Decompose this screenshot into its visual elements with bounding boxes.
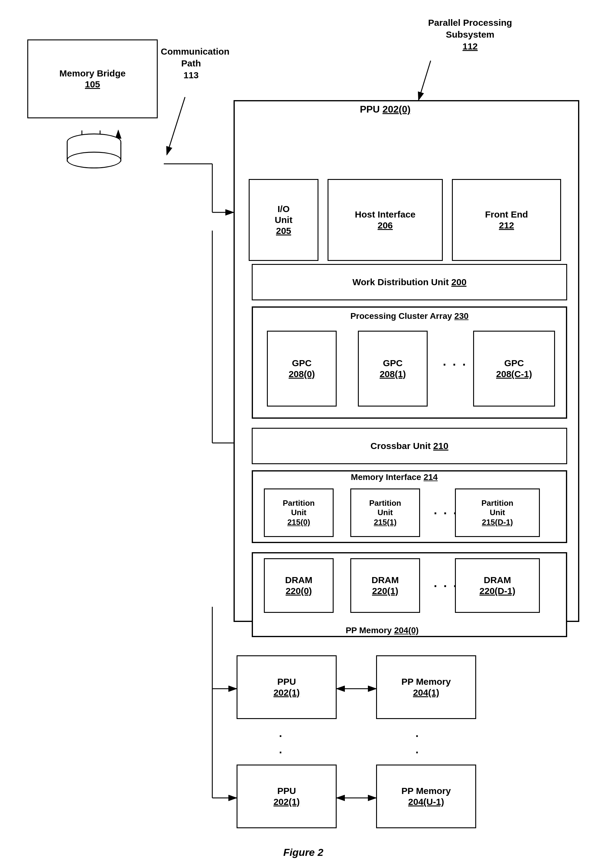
processing-cluster-label: Processing Cluster Array 230 — [253, 311, 566, 322]
dram-1-box: DRAM220(1) — [350, 558, 420, 613]
figure-caption: Figure 2 — [227, 847, 379, 858]
partition-0-box: PartitionUnit215(0) — [264, 488, 334, 537]
ppu-0-label: PPU 202(0) — [309, 103, 461, 116]
svg-line-32 — [418, 61, 431, 100]
pp-memory-1-label: PP Memory204(1) — [402, 676, 451, 698]
partition-d1-label: PartitionUnit215(D-1) — [481, 499, 513, 527]
front-end-label: Front End212 — [485, 209, 528, 231]
crossbar-label: Crossbar Unit 210 — [370, 440, 448, 451]
gpc-c1-label: GPC208(C-1) — [496, 358, 532, 380]
gpc-1-box: GPC208(1) — [358, 331, 427, 407]
ppu-u1-box: PPU202(1) — [236, 764, 337, 828]
svg-line-33 — [167, 97, 185, 155]
diagram-container: Memory Bridge105 CommunicationPath113 Pa… — [0, 0, 599, 868]
dram-0-label: DRAM220(0) — [285, 575, 312, 597]
pp-memory-1-box: PP Memory204(1) — [376, 656, 476, 719]
comm-path-label: CommunicationPath113 — [161, 45, 221, 81]
dram-d1-label: DRAM220(D-1) — [480, 575, 515, 597]
partition-d1-box: PartitionUnit215(D-1) — [455, 488, 540, 537]
gpc-dots: · · · — [443, 358, 467, 372]
work-dist-box: Work Distribution Unit 200 — [252, 264, 567, 300]
io-unit-label: I/OUnit205 — [275, 203, 292, 237]
io-unit-box: I/OUnit205 — [249, 179, 319, 261]
ppu-u1-label: PPU202(1) — [274, 785, 300, 807]
dram-0-box: DRAM220(0) — [264, 558, 334, 613]
dram-dots: · · · — [434, 579, 458, 593]
crossbar-box: Crossbar Unit 210 — [252, 428, 567, 464]
gpc-0-label: GPC208(0) — [289, 358, 315, 380]
partition-dots: · · · — [434, 507, 458, 520]
memory-interface-label: Memory Interface 214 — [319, 472, 470, 483]
ppu-1-box: PPU202(1) — [236, 656, 337, 719]
partition-1-label: PartitionUnit215(1) — [369, 499, 401, 527]
front-end-box: Front End212 — [452, 179, 561, 261]
partition-0-label: PartitionUnit215(0) — [283, 499, 315, 527]
memory-bridge-box: Memory Bridge105 — [27, 39, 158, 118]
memory-bridge-label: Memory Bridge105 — [59, 68, 126, 90]
host-interface-box: Host Interface206 — [328, 179, 443, 261]
dram-d1-box: DRAM220(D-1) — [455, 558, 540, 613]
host-interface-label: Host Interface206 — [355, 209, 415, 231]
partition-1-box: PartitionUnit215(1) — [350, 488, 420, 537]
pp-memory-u1-label: PP Memory204(U-1) — [402, 785, 451, 807]
work-dist-label: Work Distribution Unit 200 — [352, 277, 467, 288]
dram-1-label: DRAM220(1) — [372, 575, 399, 597]
gpc-0-box: GPC208(0) — [267, 331, 337, 407]
gpc-c1-box: GPC208(C-1) — [473, 331, 555, 407]
gpc-1-label: GPC208(1) — [380, 358, 406, 380]
ppu-1-label: PPU202(1) — [274, 676, 300, 698]
pp-memory-u1-box: PP Memory204(U-1) — [376, 764, 476, 828]
pp-memory-0-label: PP Memory 204(0) — [322, 625, 443, 636]
disk-symbol — [67, 134, 121, 170]
parallel-processing-label: Parallel ProcessingSubsystem112 — [409, 17, 531, 52]
